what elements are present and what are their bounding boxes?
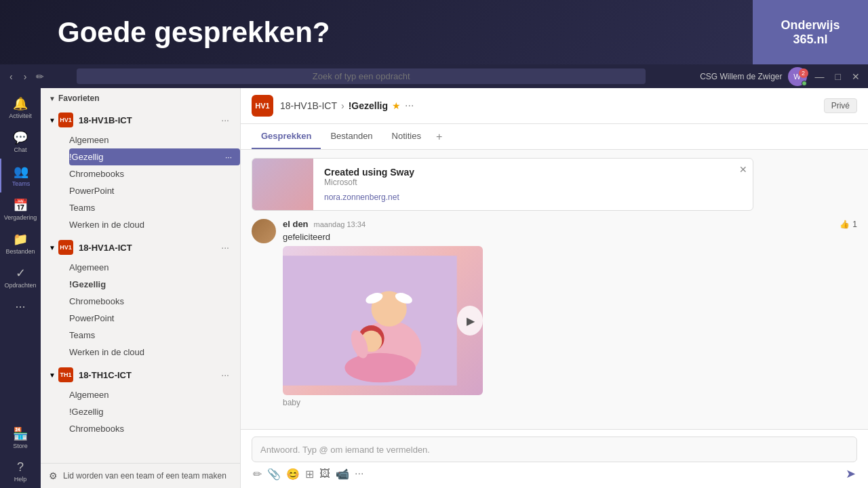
sidebar-item-activiteit[interactable]: 🔔 Activiteit bbox=[0, 91, 41, 125]
channel-label: Algemeen bbox=[69, 390, 109, 400]
channel-chromebooks-1[interactable]: Chromebooks ··· bbox=[69, 165, 240, 182]
attach-icon[interactable]: 📎 bbox=[267, 468, 281, 481]
channel-more-icon[interactable]: ··· bbox=[225, 152, 232, 162]
compose-icon[interactable]: ✏ bbox=[31, 70, 50, 83]
team-more-18th1cict[interactable]: ··· bbox=[218, 368, 232, 382]
reply-input[interactable]: Antwoord. Typ @ om iemand te vermelden. bbox=[252, 436, 857, 462]
maximize-button[interactable]: □ bbox=[833, 70, 844, 83]
icon-bar-bottom: 🏪 Store ? Help bbox=[13, 421, 28, 488]
channel-algemeen-1[interactable]: Algemeen ··· bbox=[69, 131, 240, 148]
back-button[interactable]: ‹ bbox=[5, 70, 17, 83]
channel-gezellig-1[interactable]: !Gezellig ··· bbox=[69, 148, 240, 165]
team-header-18hv1bict[interactable]: ▼ HV1 18-HV1B-ICT ··· bbox=[41, 108, 240, 131]
minimize-button[interactable]: — bbox=[812, 70, 827, 83]
team-group-18hv1aict: ▼ HV1 18-HV1A-ICT ··· Algemeen ··· !Geze… bbox=[41, 236, 240, 363]
message-timestamp: maandag 13:34 bbox=[314, 220, 366, 228]
channel-powerpoint-1[interactable]: PowerPoint ··· bbox=[69, 182, 240, 199]
sidebar-item-bestanden[interactable]: 📁 Bestanden bbox=[0, 226, 41, 260]
emoji-icon[interactable]: 😊 bbox=[286, 468, 300, 481]
team-icon-18hv1aict: HV1 bbox=[58, 240, 73, 255]
add-tab-icon[interactable]: + bbox=[431, 127, 448, 147]
message-row: el den maandag 13:34 👍 1 gefeliciteerd bbox=[252, 219, 857, 407]
tab-gesprekken[interactable]: Gesprekken bbox=[252, 124, 321, 149]
team-header-icon: HV1 bbox=[252, 95, 273, 117]
channel-label: Algemeen bbox=[69, 135, 109, 145]
channel-werken-2[interactable]: Werken in de cloud ··· bbox=[69, 344, 240, 361]
sway-url: nora.zonnenberg.net bbox=[324, 192, 742, 202]
tab-bestanden[interactable]: Bestanden bbox=[321, 124, 382, 149]
giphy-icon[interactable]: ⊞ bbox=[305, 468, 314, 481]
avatar-wrap[interactable]: W 2 bbox=[788, 67, 807, 86]
sidebar-item-vergadering[interactable]: 📅 Vergadering bbox=[0, 192, 41, 226]
favorite-star-icon[interactable]: ★ bbox=[392, 100, 401, 111]
more-tools-icon[interactable]: ··· bbox=[355, 468, 363, 480]
meet-icon[interactable]: 📹 bbox=[336, 468, 349, 481]
vergadering-label: Vergadering bbox=[4, 214, 37, 221]
channel-label: Werken in de cloud bbox=[69, 347, 144, 357]
message-header: el den maandag 13:34 👍 1 bbox=[283, 219, 857, 229]
channel-teams-1[interactable]: Teams ··· bbox=[69, 199, 240, 216]
message-media[interactable] bbox=[283, 246, 483, 395]
channel-algemeen-2[interactable]: Algemeen ··· bbox=[69, 259, 240, 276]
tab-notities[interactable]: Notities bbox=[382, 124, 431, 149]
nav-buttons: ‹ › bbox=[0, 70, 31, 83]
search-input[interactable] bbox=[77, 68, 646, 84]
channel-label: Werken in de cloud bbox=[69, 220, 144, 230]
team-header-18hv1aict[interactable]: ▼ HV1 18-HV1A-ICT ··· bbox=[41, 236, 240, 259]
breadcrumb-sep: › bbox=[341, 100, 344, 111]
message-like-button[interactable]: 👍 1 bbox=[840, 220, 857, 229]
play-button[interactable] bbox=[457, 306, 483, 336]
team-group-18th1cict: ▼ TH1 18-TH1C-ICT ··· Algemeen ··· !Geze… bbox=[41, 363, 240, 440]
favorites-header[interactable]: ▼ Favorieten bbox=[41, 88, 240, 108]
channel-label: Chromebooks bbox=[69, 296, 124, 306]
gear-icon: ⚙ bbox=[49, 470, 58, 481]
org-name: CSG Willem de Zwiger bbox=[700, 72, 782, 81]
bestanden-icon: 📁 bbox=[13, 232, 28, 247]
store-label: Store bbox=[13, 443, 28, 449]
like-count: 1 bbox=[852, 220, 857, 229]
online-indicator bbox=[802, 81, 807, 86]
teams-label: Teams bbox=[12, 180, 31, 187]
forward-button[interactable]: › bbox=[20, 70, 31, 83]
main-content: HV1 18-HV1B-ICT › !Gezellig ★ ··· Privé … bbox=[241, 88, 868, 488]
sidebar-item-store[interactable]: 🏪 Store bbox=[13, 421, 28, 455]
cartoon-svg bbox=[283, 246, 457, 395]
team-header-18th1cict[interactable]: ▼ TH1 18-TH1C-ICT ··· bbox=[41, 363, 240, 386]
channel-options-icon[interactable]: ··· bbox=[405, 100, 414, 112]
message-body: el den maandag 13:34 👍 1 gefeliciteerd bbox=[283, 219, 857, 407]
channel-chromebooks-2[interactable]: Chromebooks ··· bbox=[69, 293, 240, 310]
join-team-section[interactable]: ⚙ Lid worden van een team of een team ma… bbox=[41, 463, 240, 488]
channel-gezellig-3[interactable]: !Gezellig ··· bbox=[69, 403, 240, 420]
sway-content: Created using Sway Microsoft nora.zonnen… bbox=[313, 159, 753, 210]
channel-werken-1[interactable]: Werken in de cloud ··· bbox=[69, 216, 240, 233]
channel-algemeen-3[interactable]: Algemeen ··· bbox=[69, 386, 240, 403]
favorites-label: Favorieten bbox=[58, 94, 100, 103]
team-more-18hv1bict[interactable]: ··· bbox=[218, 113, 232, 127]
channel-header: HV1 18-HV1B-ICT › !Gezellig ★ ··· Privé bbox=[241, 88, 868, 124]
more-icon: ··· bbox=[15, 300, 25, 314]
channel-label: Chromebooks bbox=[69, 424, 124, 434]
sway-close-icon[interactable]: ✕ bbox=[739, 164, 747, 175]
channel-breadcrumb: !Gezellig bbox=[349, 100, 388, 111]
sidebar-item-chat[interactable]: 💬 Chat bbox=[0, 125, 41, 159]
sidebar-item-more[interactable]: ··· bbox=[0, 294, 41, 319]
channel-teams-2[interactable]: Teams ··· bbox=[69, 327, 240, 344]
team-icon-18th1cict: TH1 bbox=[58, 367, 73, 382]
channel-list-18th1cict: Algemeen ··· !Gezellig ··· Chromebooks ·… bbox=[41, 386, 240, 437]
sidebar-item-opdrachten[interactable]: ✓ Opdrachten bbox=[0, 260, 41, 294]
sidebar-item-teams[interactable]: 👥 Teams bbox=[0, 159, 41, 192]
sidebar-item-help[interactable]: ? Help bbox=[13, 455, 28, 488]
reply-area: Antwoord. Typ @ om iemand te vermelden. … bbox=[241, 429, 868, 488]
send-button[interactable]: ➤ bbox=[846, 466, 856, 481]
favorites-chevron: ▼ bbox=[49, 95, 56, 102]
team-more-18hv1aict[interactable]: ··· bbox=[218, 241, 232, 254]
message-sender-name: el den bbox=[283, 219, 309, 229]
channel-gezellig-2[interactable]: !Gezellig ··· bbox=[69, 276, 240, 293]
channel-chromebooks-3[interactable]: Chromebooks ··· bbox=[69, 420, 240, 437]
top-banner: Goede gesprekken? bbox=[0, 0, 753, 64]
format-icon[interactable]: ✏ bbox=[253, 468, 262, 481]
sticker-icon[interactable]: 🖼 bbox=[319, 468, 330, 480]
channel-powerpoint-2[interactable]: PowerPoint ··· bbox=[69, 310, 240, 327]
titlebar-right: CSG Willem de Zwiger W 2 — □ ✕ bbox=[700, 67, 868, 86]
close-button[interactable]: ✕ bbox=[849, 70, 863, 83]
